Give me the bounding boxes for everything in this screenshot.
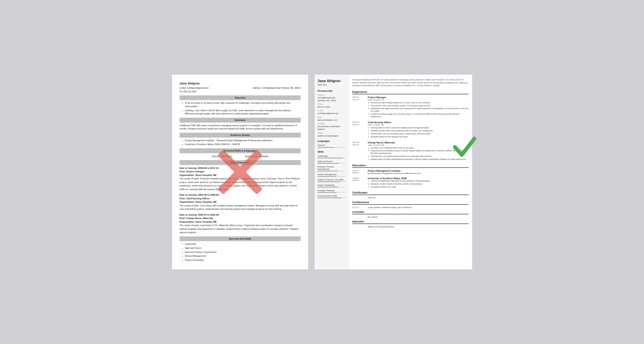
right-name: Jane Ahlgren <box>318 79 346 83</box>
sidebar: Jane Ahlgren PMP, RN Personal Info Addre… <box>314 74 349 270</box>
edu-bullet-2-2: Managed a student project to develop a w… <box>371 183 469 186</box>
skill-1: Keynote, MS Office <box>212 154 232 158</box>
edu-details-1: Project Management Institute Received Pr… <box>368 170 469 175</box>
personal-info-title: Personal Info <box>318 90 346 92</box>
hardsoft-header: Hard and Soft Skills <box>180 236 301 241</box>
exp-bullet-2-1: Nursing leader for all 87 nurses with mu… <box>371 127 469 129</box>
hardsoft-item-2: Agile and Scrum <box>185 246 301 250</box>
hardsoft-list: Leadership Agile and Scrum Business Proc… <box>180 242 301 262</box>
work-org-1: Organization: Seton Hospital, ME <box>180 174 217 176</box>
academic-item-1: Project Management Institute – Received … <box>185 139 301 142</box>
hardsoft-item-1: Leadership <box>185 242 301 246</box>
skills-row: Keynote, MS Office Spanish (intermediate… <box>180 154 301 158</box>
work-entry-3: Date of Joining: 2000-03 to 2002-09 Post… <box>180 213 301 234</box>
work-header: Work Experience <box>180 160 301 165</box>
education-title: Education <box>352 164 469 168</box>
exp-entry-3: 2000-03 -2002-09 Charge Nurse, Maternity… <box>352 141 469 161</box>
exp-bullets-1: Oversaw all major hospital projects for … <box>368 102 469 118</box>
licenses-title: Licenses <box>352 210 469 214</box>
left-address: Address: 134 Rightward Way Portland, ME,… <box>253 86 301 90</box>
objective-header: Objective <box>180 96 301 100</box>
work-post-2: Post: Chief Nursing Officer <box>180 197 210 200</box>
exp-details-2: Chief Nursing Officer Seton Hospital, ME… <box>368 121 469 139</box>
address-value: 134 Rightward WayPortland, ME, 04019 <box>318 96 346 102</box>
exp-jobtitle-1: Project Manager <box>368 96 469 98</box>
skill-scheduling-name: Project Scheduling <box>318 184 346 186</box>
hardsoft-item-5: Project Scheduling <box>185 258 301 262</box>
skill-communication: Communication Skills <box>318 194 346 198</box>
right-title: PMP, RN <box>318 84 346 86</box>
resume-left: Jane Ahlgren E-Mail: JUAhlgren@gmail.com… <box>172 74 308 270</box>
exp-bullet-2-4: Managed project for lean training of all… <box>371 136 469 138</box>
skill-strategic-name: Strategic Planning <box>318 189 346 192</box>
hardsoft-item-4: Vendor Management <box>185 254 301 258</box>
skill-bpi: Business Process Improvement <box>318 166 346 172</box>
exp-bullets-2: Nursing leader for all 87 nurses with mu… <box>368 127 469 138</box>
lic-val-1: RN (73829) <box>368 216 469 218</box>
academic-list: Project Management Institute – Received … <box>180 139 301 146</box>
twitter-value: twitter.com/janeahlgren <box>318 134 346 137</box>
exp-entry-1: 2006-05 -2017-01 Project Manager Seton H… <box>352 96 469 118</box>
exp-jobtitle-3: Charge Nurse, Maternity <box>368 141 469 144</box>
skill-keynote-name: Skilled in Keynote, MS Office <box>318 178 346 181</box>
skill-agile-name: Agile and Scrum <box>318 160 346 162</box>
spanish-bar-bg <box>318 147 346 148</box>
exp-bullets-3: Led team of 15+ Maternity Ward nurses fo… <box>368 147 469 161</box>
edu-inst-2: University of Southern Maine, BSN <box>368 177 469 180</box>
work-post-1: Post: Project manager <box>180 170 205 173</box>
exp-date-3: 2000-03 -2002-09 <box>352 141 366 161</box>
int-val-1: Mother of two passionate boys. <box>368 226 469 228</box>
spanish-bar-fill <box>318 147 334 148</box>
lic-date-1 <box>352 216 366 218</box>
exp-bullet-3-1: Led team of 15+ Maternity Ward nurses fo… <box>371 147 469 150</box>
work-org-2: Organization: Seton Hospital, ME <box>180 200 217 203</box>
address-label: Address <box>318 94 346 96</box>
technical-header: Technical Skills & Languages <box>180 148 301 153</box>
exp-date-2: 2002-09 -2006-05 <box>352 121 366 139</box>
exp-bullet-1-4: Created our popular supply room relocati… <box>371 113 469 118</box>
exp-bullet-3-4: Initiated project for better gloving/gow… <box>371 158 469 161</box>
certificates-title: Certificates <box>352 191 469 195</box>
cert-entry-1: PMP, RN <box>352 197 469 199</box>
exp-org-1: Seton Hospital, ME <box>368 99 469 101</box>
exp-bullet-3-3: Implemented a new patient tracking syste… <box>371 155 469 158</box>
work-date-2: Date of Joining: 2002-09 to 2006-05 <box>180 194 219 196</box>
work-date-3: Date of Joining: 2000-03 to 2002-09 <box>180 214 219 216</box>
hardsoft-item-3: Business Process Improvement <box>185 250 301 254</box>
summary-header: Summary <box>180 118 301 122</box>
exp-entry-2: 2002-09 -2006-05 Chief Nursing Officer S… <box>352 121 469 139</box>
objective-list: To be an expert in my area of work, with… <box>180 102 301 116</box>
email-value: JUAhlgren@gmail.com <box>318 112 346 115</box>
phone-label: Phone <box>318 103 346 105</box>
work-post-3: Post: Charge Nurse, Maternity <box>180 217 214 220</box>
left-email: E-Mail: JUAhlgren@gmail.com <box>180 86 209 90</box>
twitter-label: Twitter <box>318 132 346 134</box>
conf-val-1: Guest Speaker, Northeast Shingo Lean Con… <box>368 206 469 208</box>
phone-value: 555-212-5551 <box>318 106 346 108</box>
summary-text: Healthcare PMP with years of experience … <box>180 124 301 131</box>
spanish-label: Spanish <box>318 144 346 146</box>
exp-bullet-3-2: Organized and coordinated a project to d… <box>371 150 469 155</box>
conf-entry-1: 2014-10 Guest Speaker, Northeast Shingo … <box>352 206 469 208</box>
skill-keynote: Skilled in Keynote, MS Office <box>318 178 346 182</box>
right-summary: Passionate healthcare PMP with 10+ years… <box>352 78 469 87</box>
edu-inst-1: Project Management Institute <box>368 170 469 172</box>
lic-entry-1: RN (73829) <box>352 216 469 218</box>
left-contact-line: E-Mail: JUAhlgren@gmail.com Address: 134… <box>180 86 301 90</box>
work-date-1: Date of Joining: 2006-05 to 2017-01 <box>180 167 219 169</box>
linkedin-value: www.linkedin.com/in/jane-ahlgren/ <box>318 125 346 131</box>
cert-val-1: PMP, RN <box>368 197 469 199</box>
spanish-skill: Spanish <box>318 144 346 148</box>
int-entry-1: Mother of two passionate boys. <box>352 226 469 228</box>
conferences-title: Conferences <box>352 200 469 205</box>
academic-item-2: University of Southern Maine, BSN (1996-… <box>185 143 301 146</box>
conf-date-1: 2014-10 <box>352 206 366 208</box>
edu-bullet-2-1: Andersen Postgraduate Fellowship to stud… <box>371 180 469 182</box>
email-label: E-mail <box>318 110 346 112</box>
edu-details-2: University of Southern Maine, BSN Anders… <box>368 177 469 189</box>
exp-org-2: Seton Hospital, ME <box>368 124 469 126</box>
objective-item-1: To be an expert in my area of work, with… <box>185 102 301 108</box>
skill-agile: Agile and Scrum <box>318 160 346 164</box>
left-name: Jane Ahlgren <box>180 81 301 86</box>
work-entry-2: Date of Joining: 2002-09 to 2006-05 Post… <box>180 193 301 211</box>
